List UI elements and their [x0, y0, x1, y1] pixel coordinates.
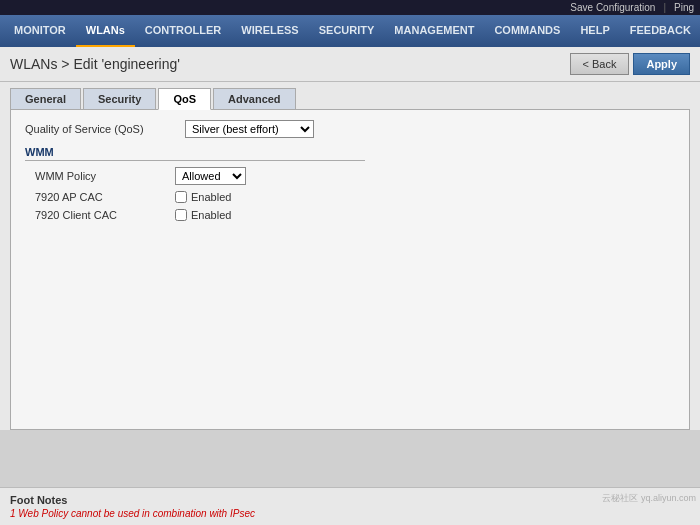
- wmm-section-header: WMM: [25, 146, 365, 161]
- nav-item-controller[interactable]: CONTROLLER: [135, 15, 231, 47]
- ping-link[interactable]: Ping: [674, 2, 694, 13]
- nav-item-wlans[interactable]: WLANs: [76, 15, 135, 47]
- nav-item-management[interactable]: MANAGEMENT: [384, 15, 484, 47]
- nav-item-security[interactable]: SECURITY: [309, 15, 385, 47]
- qos-select[interactable]: Silver (best effort) Gold (video) Platin…: [185, 120, 314, 138]
- top-bar: Save Configuration | Ping: [0, 0, 700, 15]
- ap-cac-value: Enabled: [175, 191, 231, 203]
- client-cac-row: 7920 Client CAC Enabled: [25, 209, 675, 221]
- qos-control: Silver (best effort) Gold (video) Platin…: [185, 120, 314, 138]
- tab-advanced[interactable]: Advanced: [213, 88, 296, 109]
- ap-cac-checkbox-label: Enabled: [175, 191, 231, 203]
- page-header: WLANs > Edit 'engineering' < Back Apply: [0, 47, 700, 82]
- ap-cac-row: 7920 AP CAC Enabled: [25, 191, 675, 203]
- footer: Foot Notes 1 Web Policy cannot be used i…: [0, 487, 700, 525]
- foot-notes-title: Foot Notes: [10, 494, 690, 506]
- nav-item-help[interactable]: HELP: [570, 15, 619, 47]
- ap-cac-checkbox[interactable]: [175, 191, 187, 203]
- tab-security[interactable]: Security: [83, 88, 156, 109]
- ap-cac-enabled-text: Enabled: [191, 191, 231, 203]
- nav-item-wireless[interactable]: WIRELESS: [231, 15, 308, 47]
- apply-button[interactable]: Apply: [633, 53, 690, 75]
- nav-item-commands[interactable]: COMMANDS: [484, 15, 570, 47]
- form-content: Quality of Service (QoS) Silver (best ef…: [10, 110, 690, 430]
- watermark: 云秘社区 yq.aliyun.com: [602, 492, 696, 505]
- tabs: General Security QoS Advanced: [10, 82, 690, 110]
- ap-cac-label: 7920 AP CAC: [35, 191, 175, 203]
- client-cac-checkbox-label: Enabled: [175, 209, 231, 221]
- back-button[interactable]: < Back: [570, 53, 630, 75]
- page-title: WLANs > Edit 'engineering': [10, 56, 180, 72]
- nav-item-feedback[interactable]: FEEDBACK: [620, 15, 700, 47]
- wmm-policy-row: WMM Policy Allowed Disabled Required: [25, 167, 675, 185]
- client-cac-enabled-text: Enabled: [191, 209, 231, 221]
- qos-row: Quality of Service (QoS) Silver (best ef…: [25, 120, 675, 138]
- foot-notes-text: 1 Web Policy cannot be used in combinati…: [10, 508, 690, 519]
- wmm-policy-label: WMM Policy: [35, 170, 175, 182]
- main-nav: MONITOR WLANs CONTROLLER WIRELESS SECURI…: [0, 15, 700, 47]
- client-cac-value: Enabled: [175, 209, 231, 221]
- wmm-policy-select[interactable]: Allowed Disabled Required: [175, 167, 246, 185]
- tab-qos[interactable]: QoS: [158, 88, 211, 110]
- qos-label: Quality of Service (QoS): [25, 123, 185, 135]
- client-cac-checkbox[interactable]: [175, 209, 187, 221]
- separator: |: [663, 2, 666, 13]
- save-config-link[interactable]: Save Configuration: [570, 2, 655, 13]
- nav-item-monitor[interactable]: MONITOR: [4, 15, 76, 47]
- wmm-policy-value: Allowed Disabled Required: [175, 167, 246, 185]
- header-buttons: < Back Apply: [570, 53, 691, 75]
- content-area: General Security QoS Advanced Quality of…: [0, 82, 700, 430]
- tab-general[interactable]: General: [10, 88, 81, 109]
- client-cac-label: 7920 Client CAC: [35, 209, 175, 221]
